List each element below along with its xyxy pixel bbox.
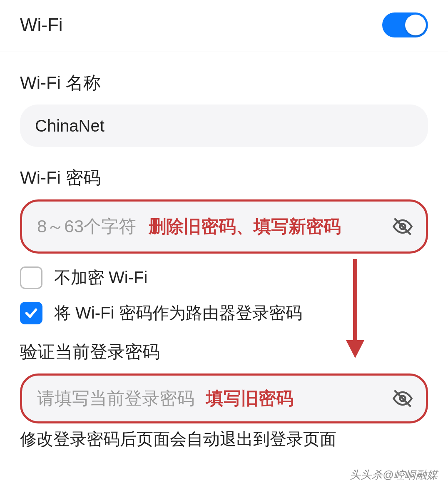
wifi-name-input[interactable]: ChinaNet [20, 105, 428, 147]
toggle-knob [405, 15, 426, 35]
wifi-name-label: Wi-Fi 名称 [20, 71, 428, 95]
verify-login-placeholder: 请填写当前登录密码 [37, 387, 194, 410]
wifi-toggle[interactable] [382, 12, 428, 37]
eye-off-icon[interactable] [391, 215, 414, 238]
page-title: Wi-Fi [20, 15, 63, 35]
wifi-password-annotation: 删除旧密码、填写新密码 [149, 216, 391, 238]
checkbox-checked-icon[interactable] [20, 302, 42, 324]
footer-note: 修改登录密码后页面会自动退出到登录页面 [0, 423, 448, 451]
verify-login-annotation: 填写旧密码 [206, 387, 391, 410]
no-encrypt-row[interactable]: 不加密 Wi-Fi [20, 266, 428, 289]
use-as-login-row[interactable]: 将 Wi-Fi 密码作为路由器登录密码 [20, 301, 428, 324]
eye-off-icon[interactable] [391, 387, 414, 410]
wifi-password-placeholder: 8～63个字符 [37, 215, 136, 238]
verify-login-input[interactable]: 请填写当前登录密码 填写旧密码 [20, 373, 428, 423]
no-encrypt-label: 不加密 Wi-Fi [54, 266, 147, 289]
wifi-header: Wi-Fi [0, 0, 448, 52]
wifi-password-label: Wi-Fi 密码 [20, 166, 428, 189]
use-as-login-label: 将 Wi-Fi 密码作为路由器登录密码 [54, 301, 302, 324]
checkbox-unchecked-icon[interactable] [20, 266, 42, 289]
wifi-password-input[interactable]: 8～63个字符 删除旧密码、填写新密码 [20, 199, 428, 254]
watermark-text: 头头杀@崆峒融媒 [350, 468, 438, 482]
verify-login-label: 验证当前登录密码 [20, 340, 428, 364]
